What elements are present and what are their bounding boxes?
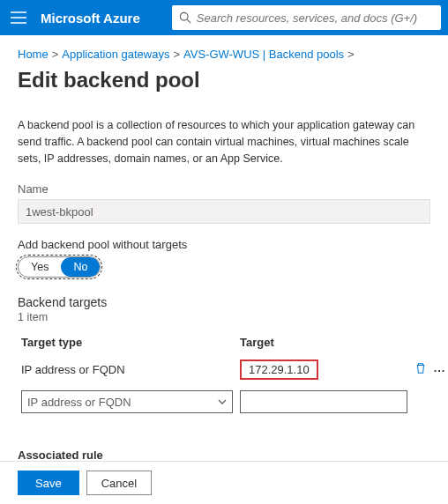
without-targets-label: Add backend pool without targets: [18, 238, 430, 251]
footer-bar: Save Cancel: [0, 461, 448, 504]
more-icon[interactable]: ···: [430, 364, 446, 377]
search-icon: [179, 11, 191, 24]
breadcrumb: Home > Application gateways > AVS-GW-WUS…: [18, 48, 430, 61]
toggle-no[interactable]: No: [61, 257, 100, 277]
brand-label: Microsoft Azure: [41, 11, 140, 26]
top-bar: Microsoft Azure: [0, 0, 448, 35]
page-title: Edit backend pool: [18, 68, 430, 93]
breadcrumb-home[interactable]: Home: [18, 48, 49, 61]
select-placeholder: IP address or FQDN: [27, 396, 131, 409]
col-header-type: Target type: [18, 330, 236, 354]
target-type-select[interactable]: IP address or FQDN: [21, 390, 233, 413]
toggle-yes[interactable]: Yes: [19, 257, 61, 277]
table-row: IP address or FQDN 172.29.1.10 ···: [18, 354, 448, 385]
page-description: A backend pool is a collection of resour…: [18, 117, 430, 167]
cancel-button[interactable]: Cancel: [86, 471, 152, 495]
targets-count: 1 item: [18, 311, 430, 323]
target-value-input[interactable]: [240, 390, 407, 413]
main-content: Home > Application gateways > AVS-GW-WUS…: [0, 35, 448, 458]
chevron-right-icon: >: [347, 48, 355, 61]
svg-line-1: [187, 19, 190, 23]
name-input[interactable]: [18, 199, 430, 224]
search-box[interactable]: [172, 5, 441, 30]
chevron-right-icon: >: [52, 48, 59, 61]
chevron-right-icon: >: [173, 48, 180, 61]
without-targets-toggle[interactable]: Yes No: [18, 256, 101, 278]
menu-icon[interactable]: [7, 8, 30, 27]
target-value-cell[interactable]: 172.29.1.10: [240, 359, 318, 380]
associated-rule-label: Associated rule: [18, 448, 430, 462]
table-row-new: IP address or FQDN: [18, 385, 448, 419]
delete-icon[interactable]: [414, 364, 430, 377]
save-button[interactable]: Save: [18, 471, 79, 495]
breadcrumb-resource[interactable]: AVS-GW-WUS | Backend pools: [183, 48, 344, 61]
col-header-target: Target: [236, 330, 411, 354]
name-label: Name: [18, 182, 430, 196]
chevron-down-icon: [218, 399, 227, 404]
breadcrumb-appgateways[interactable]: Application gateways: [62, 48, 169, 61]
targets-table: Target type Target IP address or FQDN 17…: [18, 330, 448, 419]
search-input[interactable]: [197, 11, 434, 25]
svg-point-0: [180, 12, 188, 20]
target-type-cell: IP address or FQDN: [18, 354, 236, 385]
targets-heading: Backend targets: [18, 295, 430, 309]
